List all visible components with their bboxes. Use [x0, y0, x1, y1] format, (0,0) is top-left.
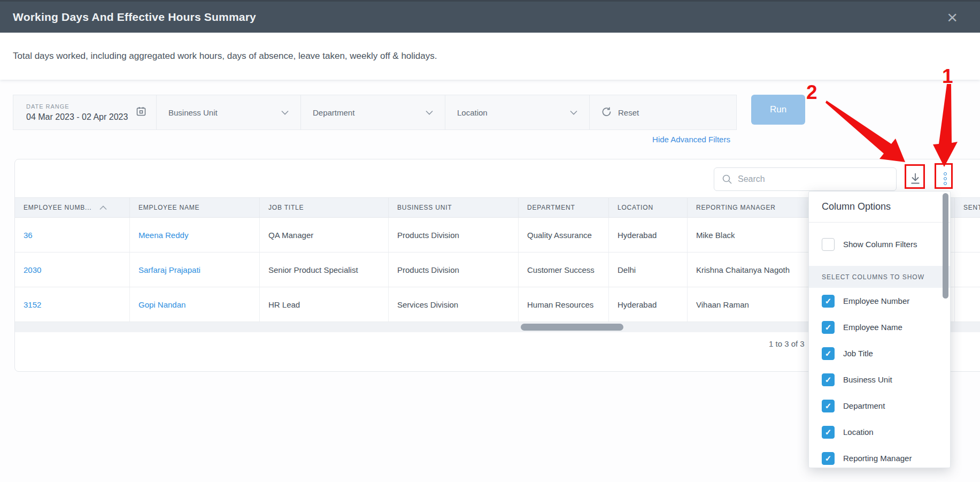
search-input[interactable] — [738, 174, 896, 184]
column-options-button[interactable] — [936, 167, 955, 190]
employee-name-link[interactable]: Meena Reddy — [130, 218, 260, 252]
employee-name-link[interactable]: Gopi Nandan — [130, 287, 260, 322]
column-option-label: Business Unit — [843, 375, 892, 384]
hide-advanced-filters-link[interactable]: Hide Advanced Filters — [645, 135, 738, 144]
checkbox-checked-icon[interactable]: ✓ — [822, 373, 835, 386]
column-header-label: DEPARTMENT — [527, 204, 575, 211]
table-cell: HR Lead — [260, 287, 389, 322]
column-option-label: Employee Name — [843, 323, 902, 332]
search-icon — [722, 174, 732, 185]
reset-label: Reset — [618, 108, 639, 117]
location-dropdown-label: Location — [457, 108, 488, 117]
column-header-label: JOB TITLE — [268, 204, 304, 211]
department-dropdown-label: Department — [313, 108, 354, 117]
table-cell: Customer Success — [519, 253, 609, 287]
employee-name-link[interactable]: Sarfaraj Prajapati — [130, 253, 260, 287]
column-header-location[interactable]: LOCATION — [609, 198, 688, 217]
column-header-label: REPORTING MANAGER — [696, 204, 776, 211]
report-modal: Working Days And Effective Hours Summary… — [0, 0, 980, 482]
kebab-menu-icon — [944, 172, 947, 185]
reset-icon — [601, 106, 612, 119]
column-option-reporting-manager[interactable]: ✓Reporting Manager — [809, 445, 950, 468]
column-option-business-unit[interactable]: ✓Business Unit — [809, 366, 950, 393]
column-option-label: Location — [843, 427, 874, 437]
date-range-value: 04 Mar 2023 - 02 Apr 2023 — [26, 112, 128, 122]
checkbox-checked-icon[interactable]: ✓ — [822, 452, 835, 465]
table-cell: Delhi — [609, 253, 688, 287]
department-dropdown[interactable]: Department — [301, 95, 445, 129]
chevron-down-icon — [570, 108, 577, 117]
table-cell: Hyderabad — [609, 287, 688, 322]
select-columns-section-header: SELECT COLUMNS TO SHOW — [809, 266, 950, 288]
search-box — [714, 167, 897, 191]
run-button[interactable]: Run — [751, 95, 805, 125]
subtitle-bar: Total days worked, including aggregated … — [0, 33, 980, 80]
column-header-employee-numb[interactable]: EMPLOYEE NUMB... — [15, 198, 130, 217]
date-range-field[interactable]: DATE RANGE 04 Mar 2023 - 02 Apr 2023 — [13, 95, 157, 129]
chevron-down-icon — [426, 108, 433, 117]
annotation-label-2: 2 — [806, 81, 817, 104]
date-range-label: DATE RANGE — [26, 103, 128, 110]
checkbox-checked-icon[interactable]: ✓ — [822, 426, 835, 439]
column-header-business-unit[interactable]: BUSINESS UNIT — [389, 198, 519, 217]
column-header-label: SENT — [963, 204, 980, 211]
table-cell — [955, 287, 980, 322]
horizontal-scrollbar-thumb[interactable] — [521, 324, 623, 331]
column-option-label: Reporting Manager — [843, 454, 912, 463]
sort-ascending-icon[interactable] — [99, 205, 107, 210]
chevron-down-icon — [281, 108, 289, 117]
column-option-label: Department — [843, 401, 885, 410]
location-dropdown[interactable]: Location — [445, 95, 590, 129]
column-option-label: Job Title — [843, 349, 873, 358]
column-header-label: EMPLOYEE NUMB... — [24, 204, 92, 211]
reset-button[interactable]: Reset — [590, 95, 736, 129]
column-header-label: EMPLOYEE NAME — [138, 204, 199, 211]
employee-number-link[interactable]: 2030 — [15, 253, 130, 287]
table-cell — [955, 218, 980, 252]
calendar-icon — [136, 106, 146, 119]
table-cell: Senior Product Specialist — [260, 253, 389, 287]
checkbox-checked-icon[interactable]: ✓ — [822, 295, 835, 308]
employee-number-link[interactable]: 3152 — [15, 287, 130, 322]
show-column-filters-label: Show Column Filters — [843, 240, 917, 249]
table-cell — [955, 253, 980, 287]
column-header-employee-name[interactable]: EMPLOYEE NAME — [130, 198, 260, 217]
table-cell: Products Division — [389, 218, 519, 252]
column-header-sent[interactable]: SENT — [955, 198, 980, 217]
download-icon — [909, 172, 921, 185]
checkbox-unchecked-icon[interactable] — [822, 238, 835, 251]
employee-number-link[interactable]: 36 — [15, 218, 130, 252]
table-cell: Human Resources — [519, 287, 609, 322]
column-options-panel: Column Options Show Column Filters SELEC… — [808, 191, 951, 468]
column-option-department[interactable]: ✓Department — [809, 393, 950, 419]
filter-group: DATE RANGE 04 Mar 2023 - 02 Apr 2023 Bus… — [13, 95, 737, 130]
arrow-2-icon — [825, 101, 905, 162]
column-checkbox-list: ✓Employee Number✓Employee Name✓Job Title… — [809, 288, 950, 468]
column-option-employee-number[interactable]: ✓Employee Number — [809, 288, 950, 314]
page-title: Working Days And Effective Hours Summary — [13, 11, 256, 24]
vertical-scrollbar-thumb[interactable] — [943, 193, 948, 299]
table-cell: Hyderabad — [609, 218, 688, 252]
business-unit-dropdown[interactable]: Business Unit — [157, 95, 301, 129]
checkbox-checked-icon[interactable]: ✓ — [822, 321, 835, 334]
column-header-job-title[interactable]: JOB TITLE — [260, 198, 389, 217]
column-option-job-title[interactable]: ✓Job Title — [809, 340, 950, 366]
table-cell: Products Division — [389, 253, 519, 287]
close-icon[interactable]: × — [947, 9, 958, 25]
column-option-location[interactable]: ✓Location — [809, 419, 950, 445]
column-header-department[interactable]: DEPARTMENT — [519, 198, 609, 217]
table-cell: Quality Assurance — [519, 218, 609, 252]
table-cell: Services Division — [389, 287, 519, 322]
column-header-label: LOCATION — [618, 204, 653, 211]
show-column-filters-option[interactable]: Show Column Filters — [809, 223, 950, 266]
table-cell: QA Manager — [260, 218, 389, 252]
column-option-employee-name[interactable]: ✓Employee Name — [809, 314, 950, 340]
checkbox-checked-icon[interactable]: ✓ — [822, 400, 835, 412]
pagination-info: 1 to 3 of 3 — [769, 339, 805, 348]
column-header-label: BUSINESS UNIT — [397, 204, 452, 211]
business-unit-dropdown-label: Business Unit — [168, 108, 218, 117]
arrow-1-icon — [933, 84, 958, 167]
modal-header: Working Days And Effective Hours Summary… — [0, 0, 980, 33]
checkbox-checked-icon[interactable]: ✓ — [822, 347, 835, 360]
download-button[interactable] — [906, 167, 925, 190]
